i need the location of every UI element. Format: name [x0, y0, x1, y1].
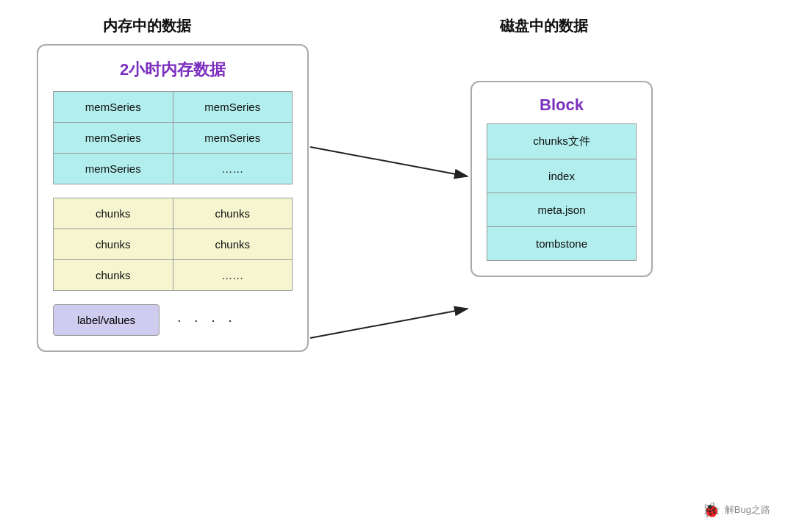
right-section-title: 磁盘中的数据	[500, 16, 588, 36]
block-row-0: chunks文件	[487, 124, 637, 159]
arrow-memseries-to-block	[310, 147, 468, 176]
diagram-container: 内存中的数据 磁盘中的数据 2小时内存数据 memSeries memSerie…	[0, 0, 788, 532]
chunks-cell-0-1: chunks	[173, 198, 293, 229]
left-section-title: 内存中的数据	[103, 16, 191, 36]
block-table: chunks文件 index meta.json tombstone	[487, 123, 637, 261]
chunks-grid: chunks chunks chunks chunks chunks ……	[53, 198, 293, 291]
memory-box: 2小时内存数据 memSeries memSeries memSeries me…	[37, 44, 309, 352]
memory-header: 2小时内存数据	[53, 59, 293, 81]
arrow-chunks-to-block	[310, 309, 468, 338]
chunks-cell-0-0: chunks	[54, 198, 173, 229]
memseries-grid: memSeries memSeries memSeries memSeries …	[53, 91, 293, 184]
block-row-2: meta.json	[487, 193, 637, 227]
memseries-cell-2-0: memSeries	[54, 154, 173, 184]
chunks-cell-1-1: chunks	[173, 229, 293, 260]
watermark-text: 解Bug之路	[725, 503, 770, 517]
chunks-cell-2-0: chunks	[54, 260, 173, 291]
watermark: 🐞 解Bug之路	[702, 501, 770, 519]
memseries-cell-1-1: memSeries	[173, 123, 293, 154]
memseries-cell-0-1: memSeries	[173, 92, 293, 123]
label-row: label/values · · · ·	[53, 304, 293, 336]
block-row-1: index	[487, 159, 637, 193]
label-dots: · · · ·	[171, 312, 243, 328]
memseries-cell-2-1: ……	[173, 154, 293, 184]
chunks-cell-1-0: chunks	[54, 229, 173, 260]
memseries-cell-1-0: memSeries	[54, 123, 173, 154]
block-row-3: tombstone	[487, 227, 637, 261]
block-header: Block	[487, 96, 637, 115]
chunks-cell-2-1: ……	[173, 260, 293, 291]
disk-box: Block chunks文件 index meta.json tombstone	[470, 81, 653, 277]
memseries-cell-0-0: memSeries	[54, 92, 173, 123]
label-values-cell: label/values	[53, 304, 160, 336]
watermark-icon: 🐞	[702, 501, 720, 519]
